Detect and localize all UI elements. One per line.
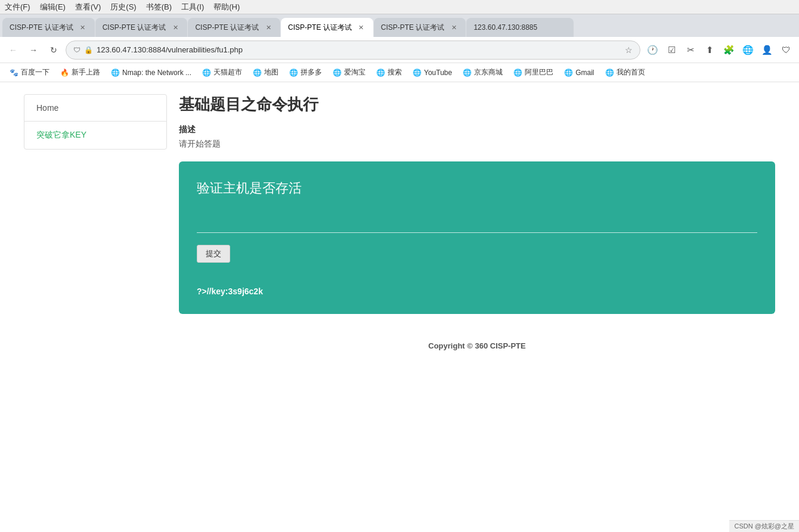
tab-1-close[interactable]: ✕ <box>78 23 88 32</box>
menu-history[interactable]: 历史(S) <box>110 2 136 13</box>
tab-bar: CISP-PTE 认证考试 ✕ CISP-PTE 认证考试 ✕ CISP-PTE… <box>0 14 799 37</box>
history-icon[interactable]: 🕐 <box>644 42 661 58</box>
address-box[interactable]: 🛡 🔒 123.60.47.130:8884/vulnerabilities/f… <box>66 41 640 60</box>
tab-5[interactable]: CISP-PTE 认证考试 ✕ <box>374 18 466 37</box>
tmall-icon: 🌐 <box>202 69 211 77</box>
bookmark-home[interactable]: 🌐 我的首页 <box>600 65 650 80</box>
youtube-icon: 🌐 <box>413 69 422 77</box>
toolbar-icons: 🕐 ☑ ✂ ⬆ 🧩 🌐 👤 🛡 <box>644 42 794 58</box>
back-button[interactable]: ← <box>5 42 21 58</box>
description-label: 描述 <box>179 125 775 135</box>
page-footer: Copyright © 360 CISP-PTE <box>179 332 775 360</box>
jd-icon: 🌐 <box>463 69 472 77</box>
bookmarks-bar: 🐾 百度一下 🔥 新手上路 🌐 Nmap: the Network ... 🌐 … <box>0 63 799 82</box>
address-bar-row: ← → ↻ 🛡 🔒 123.60.47.130:8884/vulnerabili… <box>0 37 799 63</box>
profile-icon[interactable]: 👤 <box>758 42 775 58</box>
url-text: 123.60.47.130:8884/vulnerabilities/fu1.p… <box>97 45 621 54</box>
sidebar-item-key[interactable]: 突破它拿KEY <box>24 122 166 149</box>
refresh-button[interactable]: ↻ <box>45 42 62 58</box>
card-title: 验证主机是否存活 <box>197 179 757 197</box>
shield-icon[interactable]: 🛡 <box>778 42 794 58</box>
home-bookmark-icon: 🌐 <box>605 69 614 77</box>
menu-bookmarks[interactable]: 书签(B) <box>146 2 172 13</box>
nmap-icon: 🌐 <box>111 69 120 77</box>
bookmark-jd[interactable]: 🌐 京东商城 <box>458 65 507 80</box>
tab-4-close[interactable]: ✕ <box>357 23 366 32</box>
bookmark-taobao[interactable]: 🌐 爱淘宝 <box>328 65 370 80</box>
bookmark-map[interactable]: 🌐 地图 <box>248 65 283 80</box>
bookmark-tmall[interactable]: 🌐 天猫超市 <box>197 65 247 80</box>
forward-button[interactable]: → <box>25 42 42 58</box>
fire-icon: 🔥 <box>60 69 69 77</box>
baidu-icon: 🐾 <box>10 69 18 77</box>
pocket-icon[interactable]: ☑ <box>663 42 680 58</box>
taobao-icon: 🌐 <box>333 69 342 77</box>
map-icon: 🌐 <box>253 69 262 77</box>
tab-3[interactable]: CISP-PTE 认证考试 ✕ <box>188 18 280 37</box>
security-icon: 🛡 <box>73 46 80 54</box>
bookmark-baidu[interactable]: 🐾 百度一下 <box>5 65 54 80</box>
tab-4-active[interactable]: CISP-PTE 认证考试 ✕ <box>281 18 373 37</box>
bookmark-search[interactable]: 🌐 搜索 <box>371 65 407 80</box>
card-input-line <box>197 215 757 233</box>
sidebar: Home 突破它拿KEY <box>24 94 167 150</box>
extension-icon[interactable]: 🧩 <box>720 42 737 58</box>
bookmark-newuser[interactable]: 🔥 新手上路 <box>55 65 105 80</box>
bookmark-gmail[interactable]: 🌐 Gmail <box>559 66 599 79</box>
bookmark-pinduoduo[interactable]: 🌐 拼多多 <box>284 65 327 80</box>
menu-file[interactable]: 文件(F) <box>5 2 30 13</box>
menu-help[interactable]: 帮助(H) <box>213 2 240 13</box>
tab-3-close[interactable]: ✕ <box>264 23 273 32</box>
gmail-icon: 🌐 <box>564 69 573 77</box>
tab-1[interactable]: CISP-PTE 认证考试 ✕ <box>2 18 95 37</box>
browser-icon[interactable]: 🌐 <box>739 42 756 58</box>
green-card: 验证主机是否存活 提交 ?>//key:3s9j6c2k <box>179 161 775 314</box>
host-input[interactable] <box>197 215 757 232</box>
menu-tools[interactable]: 工具(I) <box>181 2 204 13</box>
tab-5-close[interactable]: ✕ <box>449 23 459 32</box>
pdd-icon: 🌐 <box>289 69 298 77</box>
tab-6[interactable]: 123.60.47.130:8885 <box>466 18 574 37</box>
upload-icon[interactable]: ⬆ <box>701 42 718 58</box>
main-content-area: 基础题目之命令执行 描述 请开始答题 验证主机是否存活 提交 ?>//key:3… <box>179 94 775 520</box>
bookmark-nmap[interactable]: 🌐 Nmap: the Network ... <box>106 66 196 79</box>
search-bookmark-icon: 🌐 <box>376 69 385 77</box>
tab-2[interactable]: CISP-PTE 认证考试 ✕ <box>95 18 188 37</box>
bookmark-star-icon[interactable]: ☆ <box>625 45 633 55</box>
submit-button[interactable]: 提交 <box>197 245 230 263</box>
screenshot-icon[interactable]: ✂ <box>682 42 699 58</box>
description-text: 请开始答题 <box>179 139 775 150</box>
sidebar-item-home[interactable]: Home <box>24 95 166 122</box>
menu-bar: 文件(F) 编辑(E) 查看(V) 历史(S) 书签(B) 工具(I) 帮助(H… <box>0 0 799 14</box>
main-layout: Home 突破它拿KEY 基础题目之命令执行 描述 请开始答题 验证主机是否存活… <box>0 82 799 532</box>
key-result: ?>//key:3s9j6c2k <box>197 287 757 296</box>
bookmark-youtube[interactable]: 🌐 YouTube <box>408 66 457 79</box>
page-content: Home 突破它拿KEY 基础题目之命令执行 描述 请开始答题 验证主机是否存活… <box>0 82 799 532</box>
lock-icon: 🔒 <box>84 46 93 54</box>
bookmark-alibaba[interactable]: 🌐 阿里巴巴 <box>509 65 558 80</box>
menu-view[interactable]: 查看(V) <box>75 2 101 13</box>
status-bar: CSDN @炫彩@之星 <box>729 520 799 532</box>
alibaba-icon: 🌐 <box>513 69 522 77</box>
tab-2-close[interactable]: ✕ <box>171 23 180 32</box>
page-title: 基础题目之命令执行 <box>179 94 775 115</box>
menu-edit[interactable]: 编辑(E) <box>40 2 66 13</box>
